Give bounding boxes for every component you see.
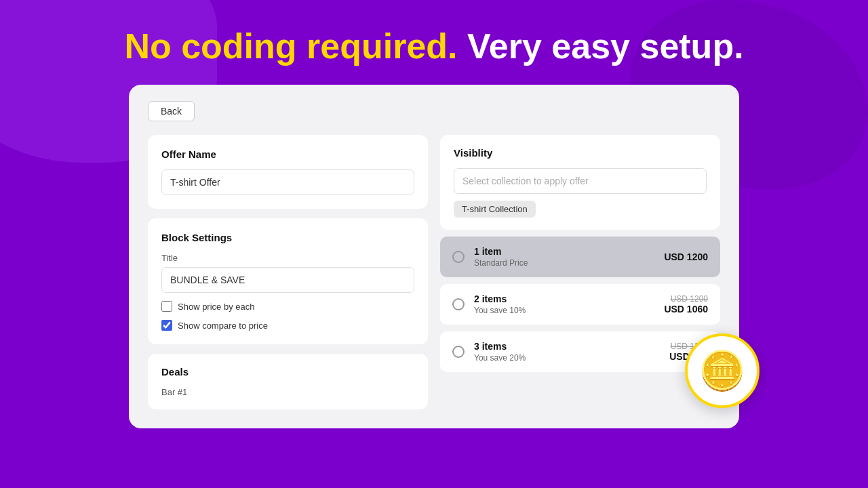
block-settings-panel: Block Settings Title Show price by each … [148,218,428,344]
qty-3: 3 items [474,341,660,352]
show-price-by-each-checkbox[interactable] [161,301,172,312]
show-price-by-each-row: Show price by each [161,301,414,312]
show-compare-price-label: Show compare to price [178,321,268,331]
price-only-1: USD 1200 [664,251,708,262]
visibility-title: Visiblity [454,147,707,159]
visibility-panel: Visiblity T-shirt Collection [440,135,720,230]
header-yellow-text: No coding required. [124,26,457,66]
qty-2: 2 items [474,293,654,304]
price-1: USD 1200 [664,251,708,262]
coin-icon: 🪙 [698,348,746,393]
block-settings-title: Block Settings [161,232,414,243]
header: No coding required. Very easy setup. [0,0,868,85]
radio-3[interactable] [452,346,465,358]
collection-input[interactable] [454,168,707,194]
bar-label: Bar #1 [161,387,414,397]
main-card: Back Offer Name Block Settings Title Sho… [129,85,739,428]
deals-panel: Deals Bar #1 [148,354,428,409]
pricing-info-2: 2 items You save 10% [474,293,654,315]
pricing-row-2[interactable]: 2 items You save 10% USD 1200 USD 1060 [440,284,720,325]
main-grid: Offer Name Block Settings Title Show pri… [148,135,720,409]
offer-name-input[interactable] [161,169,414,195]
radio-2[interactable] [452,298,465,310]
show-compare-price-checkbox[interactable] [161,320,172,331]
show-price-by-each-label: Show price by each [178,302,254,312]
block-title-input[interactable] [161,267,414,293]
show-compare-price-row: Show compare to price [161,320,414,331]
label-2: You save 10% [474,306,654,315]
label-1: Standard Price [474,258,654,268]
radio-1[interactable] [452,251,465,263]
pricing-row-1[interactable]: 1 item Standard Price USD 1200 [440,237,720,277]
right-column: Visiblity T-shirt Collection 1 item Stan… [440,135,720,409]
offer-name-panel: Offer Name [148,135,428,209]
price-2: USD 1200 USD 1060 [664,294,708,314]
qty-1: 1 item [474,246,654,257]
header-white-text: Very easy setup. [458,26,744,66]
collection-chip[interactable]: T-shirt Collection [454,201,536,218]
coin-badge: 🪙 [685,333,760,408]
pricing-info-3: 3 items You save 20% [474,341,660,363]
price-disc-2: USD 1060 [664,304,708,314]
left-column: Offer Name Block Settings Title Show pri… [148,135,428,409]
deals-title: Deals [161,366,414,378]
pricing-info-1: 1 item Standard Price [474,246,654,268]
price-orig-2: USD 1200 [664,294,708,304]
pricing-row-3[interactable]: 3 items You save 20% USD 1200 USD 960 [440,331,720,372]
title-field-label: Title [161,253,414,263]
label-3: You save 20% [474,353,660,363]
offer-name-title: Offer Name [161,148,414,160]
back-button[interactable]: Back [148,101,195,121]
